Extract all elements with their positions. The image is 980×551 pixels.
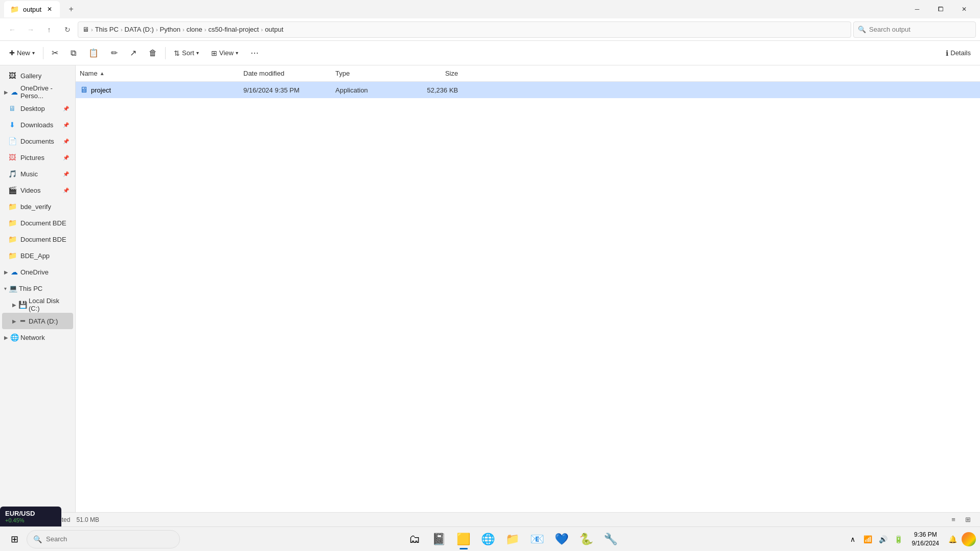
sidebar-bde-app-label: BDE_App: [20, 252, 50, 260]
eur-widget[interactable]: EUR/USD +0.45%: [0, 507, 61, 526]
col-date-modified[interactable]: Date modified: [243, 70, 335, 77]
sidebar-data-d-label: DATA (D:): [29, 317, 58, 325]
taskbar-app-chrome[interactable]: 🌐: [477, 528, 499, 550]
breadcrumb[interactable]: 🖥 › This PC › DATA (D:) › Python › clone…: [78, 21, 851, 38]
start-button[interactable]: ⊞: [4, 529, 25, 549]
paste-button[interactable]: 📋: [83, 44, 104, 62]
copy-button[interactable]: ⧉: [65, 44, 81, 62]
sidebar-onedrive-label: OneDrive: [20, 268, 49, 276]
volume-icon: 🔊: [879, 535, 887, 543]
notification-icon: 🔔: [948, 535, 957, 543]
taskbar-app-sticky-notes[interactable]: 🟨: [452, 528, 475, 550]
search-input[interactable]: [869, 26, 971, 33]
search-box[interactable]: 🔍: [853, 21, 976, 38]
tray-chevron-button[interactable]: ∧: [846, 532, 860, 546]
window-tab[interactable]: 📁 output ✕: [4, 1, 60, 17]
sidebar-item-document-bde-1[interactable]: 📁 Document BDE: [2, 215, 73, 231]
refresh-button[interactable]: ↻: [59, 21, 76, 38]
taskbar-app-python[interactable]: 🐍: [575, 528, 598, 550]
minimize-button[interactable]: ─: [905, 0, 929, 18]
up-button[interactable]: ↑: [41, 21, 57, 38]
file-type: Application: [335, 86, 368, 94]
sidebar-item-music[interactable]: 🎵 Music 📌: [2, 166, 73, 182]
tray-wifi-button[interactable]: 📶: [861, 532, 875, 546]
share-icon: ↗: [130, 48, 136, 58]
taskbar-app-vscode[interactable]: 💙: [551, 528, 573, 550]
taskbar-clock[interactable]: 9:36 PM 9/16/2024: [908, 530, 943, 549]
user-avatar[interactable]: [962, 532, 976, 546]
sidebar-item-documents[interactable]: 📄 Documents 📌: [2, 133, 73, 149]
breadcrumb-cs50[interactable]: cs50-final-project: [208, 26, 259, 33]
onedrive-personal-chevron-icon: ▶: [4, 89, 8, 95]
col-type[interactable]: Type: [335, 70, 407, 77]
delete-button[interactable]: 🗑: [144, 44, 162, 62]
view-icon: ⊞: [211, 49, 217, 57]
sort-asc-icon: ▲: [100, 71, 105, 76]
sidebar-item-bde-verify[interactable]: 📁 bde_verify: [2, 198, 73, 215]
breadcrumb-python[interactable]: Python: [160, 26, 180, 33]
sidebar-item-videos[interactable]: 🎬 Videos 📌: [2, 182, 73, 198]
col-size[interactable]: Size: [407, 70, 458, 77]
sidebar-item-gallery[interactable]: 🖼 Gallery: [2, 67, 73, 84]
sidebar-item-document-bde-2[interactable]: 📁 Document BDE: [2, 231, 73, 247]
breadcrumb-clone[interactable]: clone: [187, 26, 202, 33]
network-chevron-icon: ▶: [4, 335, 8, 340]
sidebar-documents-label: Documents: [20, 137, 54, 145]
window-controls: ─ ⧠ ✕: [905, 0, 976, 18]
taskbar-app-notepad[interactable]: 📓: [428, 528, 450, 550]
col-name[interactable]: Name ▲: [80, 70, 243, 77]
data-d-icon: ━: [18, 317, 27, 325]
sort-button[interactable]: ⇅ Sort ▾: [169, 44, 204, 62]
delete-icon: 🗑: [149, 49, 157, 58]
details-button[interactable]: ℹ Details: [941, 44, 976, 62]
new-tab-button[interactable]: +: [64, 2, 78, 16]
grid-view-button[interactable]: ⊞: [962, 514, 974, 526]
col-type-label: Type: [335, 70, 350, 77]
share-button[interactable]: ↗: [125, 44, 142, 62]
tray-volume-button[interactable]: 🔊: [876, 532, 891, 546]
tab-close-button[interactable]: ✕: [45, 5, 54, 13]
list-view-button[interactable]: ≡: [947, 514, 960, 526]
more-button[interactable]: ⋯: [245, 44, 264, 62]
new-button[interactable]: ✚ New ▾: [4, 44, 40, 62]
new-label: New: [17, 49, 30, 57]
breadcrumb-this-pc[interactable]: This PC: [95, 26, 119, 33]
taskbar-search-box[interactable]: 🔍 Search: [27, 530, 180, 548]
close-button[interactable]: ✕: [952, 0, 976, 18]
sidebar-item-network[interactable]: ▶ 🌐 Network: [2, 329, 73, 346]
pictures-pin-icon: 📌: [63, 155, 69, 160]
taskbar-app-tool[interactable]: 🔧: [600, 528, 622, 550]
forward-button[interactable]: →: [22, 21, 39, 38]
tray-battery-button[interactable]: 🔋: [892, 532, 906, 546]
title-bar: 📁 output ✕ + ─ ⧠ ✕: [0, 0, 980, 18]
rename-button[interactable]: ✏: [106, 44, 123, 62]
bde-app-icon: 📁: [8, 251, 16, 260]
breadcrumb-output[interactable]: output: [265, 26, 283, 33]
maximize-button[interactable]: ⧠: [929, 0, 952, 18]
file-name: project: [91, 86, 111, 94]
sidebar-document-bde-1-label: Document BDE: [20, 219, 66, 227]
table-row[interactable]: 🖥 project 9/16/2024 9:35 PM Application …: [76, 82, 980, 98]
sidebar-music-label: Music: [20, 170, 38, 178]
sidebar-item-desktop[interactable]: 🖥 Desktop 📌: [2, 100, 73, 117]
taskbar-app-outlook[interactable]: 📧: [526, 528, 549, 550]
cut-button[interactable]: ✂: [47, 44, 63, 62]
sidebar-item-local-disk[interactable]: ▶ 💾 Local Disk (C:): [2, 296, 73, 313]
main-area: 🖼 Gallery ▶ ☁ OneDrive - Perso... 🖥 Desk…: [0, 65, 980, 512]
sidebar-item-pictures[interactable]: 🖼 Pictures 📌: [2, 149, 73, 166]
sidebar-item-downloads[interactable]: ⬇ Downloads 📌: [2, 117, 73, 133]
sidebar-item-data-d[interactable]: ▶ ━ DATA (D:): [2, 313, 73, 329]
music-pin-icon: 📌: [63, 171, 69, 177]
taskbar-app-file-explorer[interactable]: 🗂: [403, 528, 426, 550]
sort-icon: ⇅: [174, 49, 180, 57]
view-button[interactable]: ⊞ View ▾: [206, 44, 243, 62]
notification-button[interactable]: 🔔: [945, 532, 960, 546]
taskbar-app-list: 🗂 📓 🟨 🌐 📁 📧 💙 🐍 🔧: [182, 528, 844, 550]
sidebar-item-this-pc[interactable]: ▾ 💻 This PC: [2, 280, 73, 296]
breadcrumb-data-d[interactable]: DATA (D:): [125, 26, 154, 33]
sidebar-item-onedrive-personal[interactable]: ▶ ☁ OneDrive - Perso...: [2, 84, 73, 100]
sidebar-item-bde-app[interactable]: 📁 BDE_App: [2, 247, 73, 264]
back-button[interactable]: ←: [4, 21, 20, 38]
taskbar-app-folder[interactable]: 📁: [502, 528, 524, 550]
sidebar-item-onedrive[interactable]: ▶ ☁ OneDrive: [2, 264, 73, 280]
